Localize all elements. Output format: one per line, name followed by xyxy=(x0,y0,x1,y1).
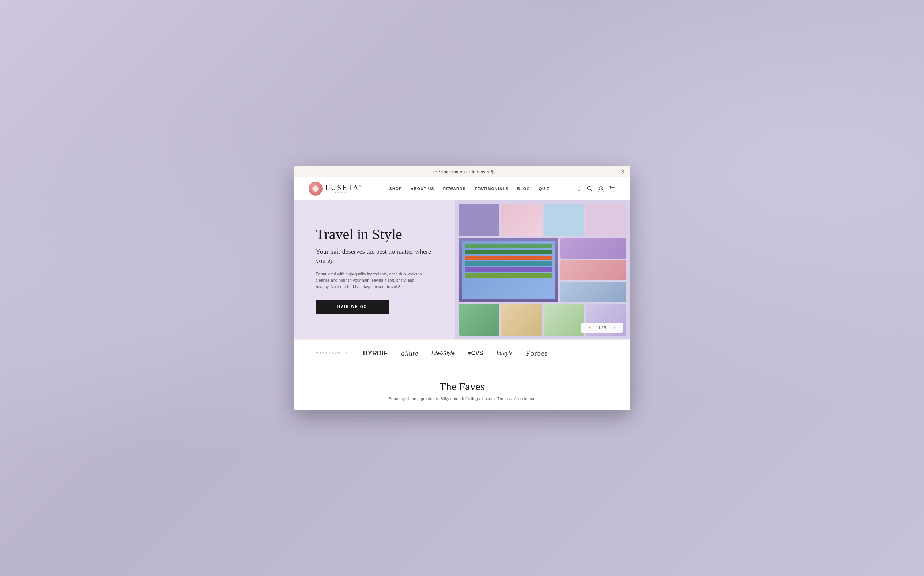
hero-subtitle: Your hair deserves the best no matter wh… xyxy=(316,247,437,266)
products-visual xyxy=(455,200,630,339)
search-button[interactable] xyxy=(587,186,593,192)
slide-prev-button[interactable]: ← xyxy=(587,325,595,331)
press-logo-cvs: ♥CVS xyxy=(468,350,483,357)
nav-blog[interactable]: BLOG xyxy=(517,187,530,191)
svg-point-11 xyxy=(599,187,602,189)
press-logo-lifestyle: Life&Style xyxy=(432,350,454,356)
announcement-close-button[interactable]: × xyxy=(621,169,624,175)
browser-window: Free shipping on orders over $ × xyxy=(294,166,630,409)
press-logos: BYRDIE allure Life&Style ♥CVS InStyle Fo… xyxy=(363,349,608,358)
press-label: THEY LOVE US xyxy=(316,352,348,355)
faves-section: The Faves Squeaky-clean ingredients. Sil… xyxy=(294,367,630,409)
slide-navigation: ← 1 / 3 → xyxy=(581,323,623,333)
wishlist-button[interactable]: ♡ xyxy=(576,185,582,193)
logo-name: LUSETA® xyxy=(325,184,363,192)
faves-subtitle: Squeaky-clean ingredients. Silky smooth … xyxy=(316,396,608,402)
logo-icon xyxy=(309,182,323,196)
nav-shop[interactable]: SHOP xyxy=(389,187,402,191)
hero-description: Formulated with high-quality ingredients… xyxy=(316,271,425,290)
press-logo-forbes: Forbes xyxy=(526,349,548,358)
press-section: THEY LOVE US BYRDIE allure Life&Style ♥C… xyxy=(294,339,630,367)
nav-testimonials[interactable]: TESTIMONIALS xyxy=(475,187,508,191)
svg-point-12 xyxy=(611,190,612,191)
logo-text: LUSETA® BEAUTY xyxy=(325,184,363,194)
press-logo-byrdie: BYRDIE xyxy=(363,350,388,357)
nav-quiz[interactable]: QUIZ xyxy=(539,187,550,191)
header-icons: ♡ xyxy=(576,185,615,193)
hero-content: Travel in Style Your hair deserves the b… xyxy=(294,200,456,339)
hero-cta-button[interactable]: HAIR WE GO xyxy=(316,299,389,314)
slide-next-button[interactable]: → xyxy=(609,325,617,331)
press-logo-allure: allure xyxy=(401,349,418,358)
cart-button[interactable] xyxy=(609,186,615,192)
header: LUSETA® BEAUTY SHOP ABOUT US REWARDS TES… xyxy=(294,178,630,200)
press-logo-instyle: InStyle xyxy=(496,350,512,357)
account-button[interactable] xyxy=(598,186,604,192)
nav-rewards[interactable]: REWARDS xyxy=(443,187,466,191)
hero-image: ← 1 / 3 → xyxy=(455,200,630,339)
announcement-text: Free shipping on orders over $ xyxy=(430,169,493,174)
faves-title: The Faves xyxy=(316,380,608,393)
announcement-bar: Free shipping on orders over $ × xyxy=(294,166,630,178)
hero-title: Travel in Style xyxy=(316,226,437,243)
main-navigation: SHOP ABOUT US REWARDS TESTIMONIALS BLOG … xyxy=(389,187,550,191)
slide-counter: 1 / 3 xyxy=(598,325,606,330)
logo-subtitle: BEAUTY xyxy=(325,191,363,194)
svg-line-10 xyxy=(591,190,592,191)
logo-flower-icon xyxy=(311,184,320,193)
hero-section: Travel in Style Your hair deserves the b… xyxy=(294,200,630,339)
nav-about-us[interactable]: ABOUT US xyxy=(411,187,434,191)
svg-point-13 xyxy=(613,190,614,191)
logo[interactable]: LUSETA® BEAUTY xyxy=(309,182,363,196)
